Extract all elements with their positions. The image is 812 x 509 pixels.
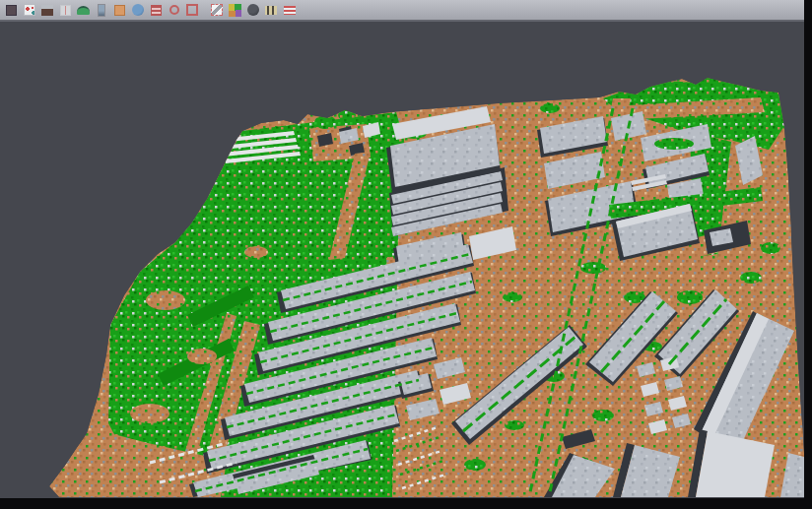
- toolbar-selection-marquee-icon[interactable]: [184, 3, 199, 18]
- veg-blob: [592, 410, 614, 421]
- toolbar-column-view-icon[interactable]: [95, 3, 109, 18]
- toolbar-layer-list-icon[interactable]: [149, 3, 164, 18]
- toolbar-terrain-model-icon[interactable]: [76, 3, 91, 18]
- application-window: [0, 0, 812, 509]
- toolbar-dark-sphere-icon[interactable]: [246, 3, 261, 18]
- 3d-viewport[interactable]: [0, 0, 812, 509]
- ground-blob: [146, 290, 185, 310]
- scene-svg: [0, 0, 812, 509]
- veg-tree: [338, 109, 356, 121]
- toolbar-dark-cube-icon[interactable]: [4, 3, 19, 18]
- ground-blob: [244, 246, 268, 258]
- veg-blob: [740, 272, 762, 284]
- toolbar-classified-map-icon[interactable]: [228, 3, 242, 18]
- toolbar-tile-grid-icon[interactable]: [58, 3, 73, 18]
- veg-blob: [580, 262, 606, 274]
- toolbar-separator: [201, 3, 208, 18]
- veg-blob: [464, 459, 486, 471]
- toolbar-crop-region-icon[interactable]: [210, 3, 225, 18]
- ground-blob: [187, 349, 217, 364]
- toolbar-striped-flag-icon[interactable]: [282, 3, 297, 18]
- ground-blob: [130, 404, 169, 423]
- frame-right-bar: [804, 0, 812, 509]
- toolbar-dem-mountain-icon[interactable]: [39, 3, 54, 18]
- toolbar-target-ring-icon[interactable]: [167, 3, 181, 18]
- toolbar-classify-points-icon[interactable]: [22, 3, 36, 18]
- veg-blob: [505, 420, 524, 430]
- frame-bottom-bar: [0, 498, 812, 509]
- toolbar-globe-icon[interactable]: [130, 3, 145, 18]
- veg-blob: [503, 292, 522, 302]
- veg-blob: [677, 290, 703, 304]
- terrain-group: [49, 78, 804, 497]
- veg-blob: [540, 103, 560, 113]
- veg-blob: [761, 242, 780, 254]
- roof-moss: [654, 138, 694, 150]
- toolbar-label-tag-icon[interactable]: [264, 3, 279, 18]
- main-toolbar: [0, 0, 805, 22]
- toolbar-orthophoto-icon[interactable]: [112, 3, 127, 18]
- veg-tree: [314, 115, 336, 129]
